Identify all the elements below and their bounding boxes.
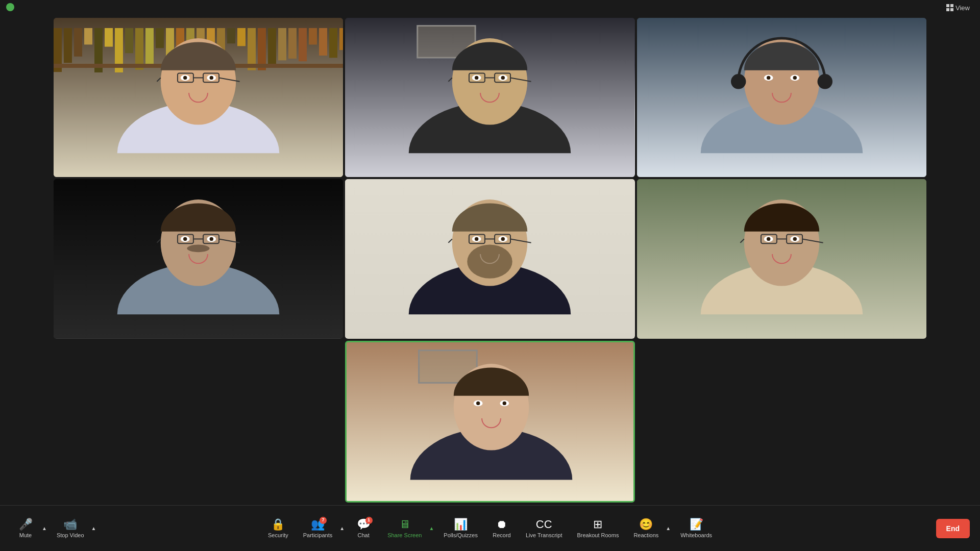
video-cell-p1 [54,18,343,177]
video-feed-p3 [637,18,926,177]
video-cell-p2 [345,18,634,177]
video-feed-p5 [345,179,634,338]
live-transcript-icon: CC [536,519,552,530]
stop-video-button[interactable]: 📹 Stop Video [51,515,90,542]
mute-arrow[interactable]: ▲ [41,525,48,531]
security-icon: 🔒 [271,519,285,530]
reactions-icon: 😊 [639,519,653,530]
video-feed-p6 [637,179,926,338]
video-cell-p5 [345,179,634,338]
video-cell-p6 [637,179,926,338]
participants-icon-wrap: 👥7 [311,519,325,530]
zoom-logo [6,3,14,11]
participants-group: 👥7 Participants ▲ [297,515,346,542]
view-button[interactable]: View [946,4,970,12]
toolbar: 🎤 Mute ▲ 📹 Stop Video ▲ 🔒 Security 👥7 Pa… [0,505,980,551]
breakout-rooms-icon: ⊞ [593,519,602,530]
polls-icon: 📊 [454,519,468,530]
video-feed-p1 [54,18,343,177]
stop-video-label: Stop Video [57,532,84,538]
record-label: Record [493,532,510,538]
whiteboards-icon: 📝 [690,519,703,530]
share-screen-arrow[interactable]: ▲ [428,525,435,531]
toolbar-right-group: End [936,519,970,538]
reactions-group: 😊 Reactions ▲ [627,515,672,542]
reactions-arrow[interactable]: ▲ [665,525,672,531]
view-label: View [955,4,970,12]
video-cell-p7-active [345,341,634,503]
record-icon: ⏺ [496,519,507,530]
video-arrow[interactable]: ▲ [90,525,97,531]
security-button[interactable]: 🔒 Security [262,515,295,542]
security-label: Security [268,532,288,538]
video-cell-empty-right [637,341,926,503]
view-icon [946,4,953,11]
video-feed-p4 [54,179,343,338]
video-cell-empty-left [54,341,343,503]
share-screen-label: Share Screen [387,532,422,538]
toolbar-left-group: 🎤 Mute ▲ 📹 Stop Video ▲ [10,515,97,542]
chat-button[interactable]: 💬1 Chat [348,515,379,542]
breakout-rooms-button[interactable]: ⊞ Breakout Rooms [571,515,625,542]
reactions-button[interactable]: 😊 Reactions [627,515,665,542]
chat-icon-wrap: 💬1 [357,519,371,530]
participants-badge: 7 [320,517,327,524]
share-screen-group: 🖥 Share Screen ▲ [381,515,435,542]
polls-button[interactable]: 📊 Polls/Quizzes [437,515,484,542]
participants-button[interactable]: 👥7 Participants [297,515,338,542]
breakout-rooms-label: Breakout Rooms [577,532,619,538]
whiteboards-button[interactable]: 📝 Whiteboards [674,515,718,542]
video-cell-p4 [54,179,343,338]
live-transcript-button[interactable]: CC Live Transcript [520,515,569,542]
video-icon: 📹 [63,519,77,530]
microphone-icon: 🎤 [19,519,33,530]
share-screen-icon: 🖥 [399,519,410,530]
share-screen-button[interactable]: 🖥 Share Screen [381,515,428,542]
chat-group: 💬1 Chat [348,515,379,542]
whiteboards-label: Whiteboards [680,532,712,538]
participants-arrow[interactable]: ▲ [338,525,346,531]
chat-label: Chat [358,532,370,538]
video-feed-p7 [347,342,634,503]
chat-badge: 1 [365,517,373,524]
mute-label: Mute [19,532,32,538]
reactions-label: Reactions [633,532,658,538]
participants-label: Participants [303,532,332,538]
record-button[interactable]: ⏺ Record [486,515,517,542]
polls-label: Polls/Quizzes [444,532,478,538]
live-transcript-label: Live Transcript [526,532,562,538]
top-bar: View [0,0,980,15]
video-cell-p3 [637,18,926,177]
mute-group: 🎤 Mute ▲ [10,515,48,542]
mute-button[interactable]: 🎤 Mute [10,515,41,542]
stop-video-group: 📹 Stop Video ▲ [51,515,97,542]
toolbar-center-group: 🔒 Security 👥7 Participants ▲ 💬1 Chat [262,515,718,542]
end-button[interactable]: End [936,519,970,538]
video-feed-p2 [345,18,634,177]
record-group: ⏺ Record [486,515,517,542]
video-grid [54,18,926,503]
